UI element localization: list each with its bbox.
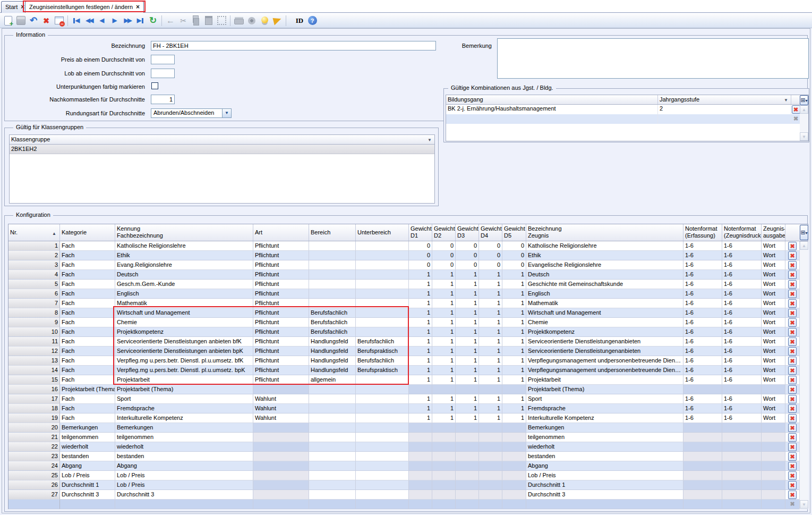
table-row[interactable]: BK 2-j. Ernährung/Haushaltsmanagement2✖: [446, 105, 808, 114]
table-row[interactable]: 8FachWirtschaft und ManagementPflichtunt…: [8, 308, 808, 318]
column-header-bildungsgang[interactable]: Bildungsgang: [446, 95, 658, 104]
delete-row-button[interactable]: ✖: [788, 271, 797, 279]
nav-last-icon[interactable]: ▶: [134, 15, 146, 27]
delete-row-button[interactable]: ✖: [788, 443, 797, 451]
delete-row-button[interactable]: ✖: [788, 395, 797, 403]
column-header[interactable]: Nr.▲: [8, 224, 60, 241]
close-tab-icon[interactable]: ×: [136, 2, 140, 13]
column-header[interactable]: Kategorie: [60, 224, 115, 241]
delete-row-button[interactable]: ✖: [788, 251, 797, 260]
scroll-up-icon[interactable]: ▲: [800, 241, 808, 250]
table-row[interactable]: 2FachEthikPflichtunt00000Ethik1-61-6Wort…: [8, 251, 808, 260]
nav-forward-icon[interactable]: ▶: [109, 15, 121, 27]
table-row[interactable]: 5FachGesch.m.Gem.-KundePflichtunt11111Ge…: [8, 280, 808, 289]
column-header[interactable]: Art: [253, 224, 309, 241]
rundungsart-select[interactable]: Abrunden/Abschneiden: [151, 108, 232, 118]
table-row[interactable]: 24AbgangAbgangAbgang✖: [8, 461, 808, 471]
column-header[interactable]: Notenformat (Erfassung): [683, 224, 722, 241]
table-row[interactable]: 4FachDeutschPflichtunt11111Deutsch1-61-6…: [8, 270, 808, 280]
notify-icon[interactable]: [271, 15, 283, 27]
column-header[interactable]: Gewicht D4: [479, 224, 502, 241]
preis-input[interactable]: [151, 55, 175, 64]
lob-input[interactable]: [151, 69, 175, 78]
delete-row-button[interactable]: ✖: [788, 357, 797, 365]
delete-row-button[interactable]: ✖: [788, 404, 797, 413]
nav-back-icon[interactable]: ◀: [96, 15, 108, 27]
delete-row-button[interactable]: ✖: [788, 280, 797, 289]
table-row[interactable]: 7FachMathematikPflichtunt11111Mathematik…: [8, 299, 808, 308]
table-row[interactable]: 13FachVerpfleg.mg u.pers.betr. Dienstl. …: [8, 356, 808, 366]
delete-row-button[interactable]: ✖: [788, 318, 797, 327]
table-row[interactable]: 6FachEnglischPflichtunt11111Englisch1-61…: [8, 289, 808, 299]
delete-row-button[interactable]: ✖: [788, 242, 797, 250]
table-row[interactable]: 26Durchschnitt 1Lob / PreisDurchschnitt …: [8, 480, 808, 490]
column-header[interactable]: Zeugnis- ausgabe: [762, 224, 785, 241]
delete-row-button[interactable]: ✖: [788, 261, 797, 269]
delete-row-button[interactable]: ✖: [788, 309, 797, 317]
column-header[interactable]: Gewicht D1: [409, 224, 432, 241]
field-chooser-button[interactable]: [800, 95, 808, 105]
chevron-down-icon[interactable]: [222, 109, 231, 117]
table-row[interactable]: 14FachVerpfleg.mg u.pers.betr. Dienstl. …: [8, 366, 808, 375]
delete-row-button[interactable]: ✖: [788, 385, 797, 394]
table-row[interactable]: 22wiederholtwiederholtwiederholt✖: [8, 442, 808, 452]
table-row[interactable]: 20BemerkungenBemerkungenBemerkungen✖: [8, 423, 808, 433]
table-row[interactable]: 23bestandenbestandenbestanden✖: [8, 452, 808, 461]
bemerkung-textarea[interactable]: [497, 38, 809, 79]
column-header-jahrgangsstufe[interactable]: Jahrgangsstufe▼: [658, 95, 791, 104]
table-row[interactable]: 12FachServiceorientierte Dienstleistunge…: [8, 347, 808, 356]
delete-row-button[interactable]: ✖: [788, 376, 797, 384]
unterpunktungen-checkbox[interactable]: [151, 82, 158, 89]
delete-row-button[interactable]: ✖: [788, 414, 797, 423]
help-icon[interactable]: ?: [307, 15, 317, 27]
table-row[interactable]: 15FachProjektarbeitPflichtuntallgemein11…: [8, 375, 808, 385]
table-row[interactable]: 9FachChemiePflichtuntBerufsfachlich11111…: [8, 318, 808, 327]
table-row[interactable]: 1FachKatholische ReligionslehrePflichtun…: [8, 241, 808, 251]
delete-row-button[interactable]: ✖: [788, 433, 797, 442]
konfiguration-scrollbar[interactable]: ▲ ▼: [799, 241, 808, 509]
column-header[interactable]: Gewicht D5: [502, 224, 526, 241]
column-header[interactable]: Gewicht D2: [432, 224, 456, 241]
column-header[interactable]: [785, 224, 799, 241]
close-tab-icon[interactable]: ×: [21, 2, 24, 13]
tab-zeugniseinstellungen[interactable]: Zeugniseinstellungen festlegen / ändern×: [25, 1, 144, 13]
table-row[interactable]: 3FachEvang.ReligionslehrePflichtunt00000…: [8, 260, 808, 270]
column-header[interactable]: Bereich: [309, 224, 356, 241]
nav-fast-forward-icon[interactable]: ▶▶: [122, 15, 133, 27]
table-row[interactable]: ✖: [8, 500, 808, 509]
table-row[interactable]: 21teilgenommenteilgenommenteilgenommen✖: [8, 433, 808, 442]
column-header[interactable]: Bezeichnung Zeugnis: [526, 224, 683, 241]
delete-row-button[interactable]: ✖: [788, 452, 797, 461]
scroll-up-icon[interactable]: ▲: [800, 105, 808, 114]
filter-dropdown-icon[interactable]: ▼: [428, 138, 432, 142]
table-row[interactable]: 27Durchschnitt 3Durchschnitt 3Durchschni…: [8, 490, 808, 500]
column-header[interactable]: Unterbereich: [356, 224, 409, 241]
field-chooser-button[interactable]: [800, 225, 808, 240]
delete-row-button[interactable]: ✖: [788, 337, 797, 346]
delete-row-button[interactable]: ✖: [788, 481, 797, 489]
delete-row-button[interactable]: ✖: [788, 366, 797, 375]
list-item[interactable]: 2BK1EH2: [10, 145, 434, 154]
nav-first-icon[interactable]: ◀: [71, 15, 82, 27]
table-row[interactable]: 10FachProjektkompetenzPflichtuntBerufsfa…: [8, 327, 808, 337]
new-record-icon[interactable]: [2, 15, 14, 27]
delete-row-button[interactable]: ✖: [788, 299, 797, 308]
column-header[interactable]: Notenformat (Zeugnisdruck): [722, 224, 762, 241]
delete-row-button[interactable]: ✖: [788, 290, 797, 298]
nav-fast-back-icon[interactable]: ◀◀: [83, 15, 95, 27]
delete-row-button[interactable]: ✖: [788, 347, 797, 356]
table-row[interactable]: 17FachSportWahlunt11111Sport1-61-6Wort✖: [8, 394, 808, 404]
delete-row-button[interactable]: ✖: [792, 105, 800, 114]
column-header[interactable]: Kennung Fachbezeichnung: [115, 224, 253, 241]
hint-icon[interactable]: [259, 15, 270, 27]
refresh-icon[interactable]: ↻: [147, 15, 159, 27]
table-row[interactable]: 19FachInterkulturelle KompetenzWahlunt11…: [8, 413, 808, 423]
table-row[interactable]: 25Lob / PreisLob / PreisLob / Preis✖: [8, 471, 808, 480]
bezeichnung-input[interactable]: [151, 41, 436, 50]
column-header-klassengruppe[interactable]: Klassengruppe▼: [10, 135, 434, 144]
id-button[interactable]: ID: [293, 15, 306, 27]
delete-row-button[interactable]: ✖: [788, 328, 797, 336]
form-remove-icon[interactable]: [53, 15, 65, 27]
delete-row-button[interactable]: ✖: [788, 491, 797, 499]
scroll-down-icon[interactable]: ▼: [800, 500, 808, 509]
